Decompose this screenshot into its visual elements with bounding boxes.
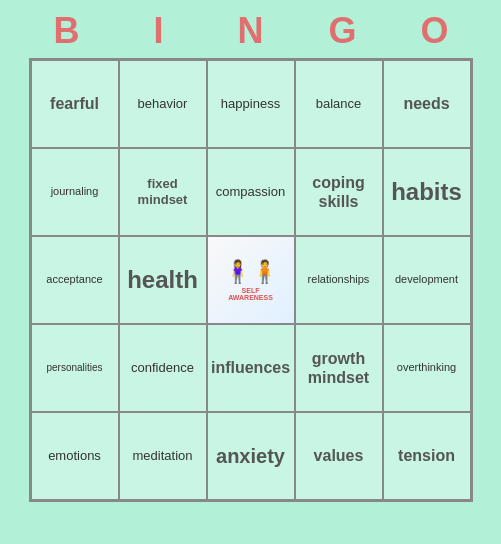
figures-icon: 🧍‍♀️🧍 xyxy=(224,259,278,285)
cell-10: acceptance xyxy=(31,236,119,324)
cell-15: personalities xyxy=(31,324,119,412)
cell-7: compassion xyxy=(207,148,295,236)
cell-4: needs xyxy=(383,60,471,148)
letter-o: O xyxy=(391,10,479,52)
cell-0-text: fearful xyxy=(50,94,99,113)
cell-23: values xyxy=(295,412,383,500)
cell-17: influences xyxy=(207,324,295,412)
cell-6: fixed mindset xyxy=(119,148,207,236)
cell-19-text: overthinking xyxy=(397,361,456,374)
cell-20-text: emotions xyxy=(48,448,101,464)
cell-23-text: values xyxy=(314,446,364,465)
letter-g: G xyxy=(299,10,387,52)
bingo-grid: fearful behavior happiness balance needs… xyxy=(29,58,473,502)
cell-4-text: needs xyxy=(403,94,449,113)
cell-8-text: coping skills xyxy=(300,173,378,211)
cell-2: happiness xyxy=(207,60,295,148)
cell-1-text: behavior xyxy=(138,96,188,112)
cell-9: habits xyxy=(383,148,471,236)
cell-16: confidence xyxy=(119,324,207,412)
cell-11: health xyxy=(119,236,207,324)
cell-22: anxiety xyxy=(207,412,295,500)
cell-free: 🧍‍♀️🧍 Self AWARENESS xyxy=(207,236,295,324)
cell-22-text: anxiety xyxy=(216,444,285,468)
cell-8: coping skills xyxy=(295,148,383,236)
cell-24: tension xyxy=(383,412,471,500)
cell-20: emotions xyxy=(31,412,119,500)
cell-13-text: relationships xyxy=(308,273,370,286)
free-space-image: 🧍‍♀️🧍 Self AWARENESS xyxy=(208,237,294,323)
awareness-label: AWARENESS xyxy=(228,294,273,301)
cell-1: behavior xyxy=(119,60,207,148)
cell-18: growth mindset xyxy=(295,324,383,412)
cell-0: fearful xyxy=(31,60,119,148)
letter-i: I xyxy=(115,10,203,52)
letter-n: N xyxy=(207,10,295,52)
bingo-header: B I N G O xyxy=(21,10,481,52)
cell-21: meditation xyxy=(119,412,207,500)
cell-2-text: happiness xyxy=(221,96,280,112)
cell-14: development xyxy=(383,236,471,324)
cell-6-text: fixed mindset xyxy=(124,176,202,207)
cell-17-text: influences xyxy=(211,358,290,377)
cell-18-text: growth mindset xyxy=(300,349,378,387)
cell-10-text: acceptance xyxy=(46,273,102,286)
cell-9-text: habits xyxy=(391,178,462,207)
cell-7-text: compassion xyxy=(216,184,285,200)
cell-5: journaling xyxy=(31,148,119,236)
cell-15-text: personalities xyxy=(46,362,102,374)
self-label: Self xyxy=(242,287,260,295)
letter-b: B xyxy=(23,10,111,52)
cell-3-text: balance xyxy=(316,96,362,112)
cell-14-text: development xyxy=(395,273,458,286)
cell-13: relationships xyxy=(295,236,383,324)
cell-19: overthinking xyxy=(383,324,471,412)
cell-21-text: meditation xyxy=(133,448,193,464)
cell-24-text: tension xyxy=(398,446,455,465)
cell-5-text: journaling xyxy=(51,185,99,198)
cell-16-text: confidence xyxy=(131,360,194,376)
cell-3: balance xyxy=(295,60,383,148)
cell-11-text: health xyxy=(127,266,198,295)
